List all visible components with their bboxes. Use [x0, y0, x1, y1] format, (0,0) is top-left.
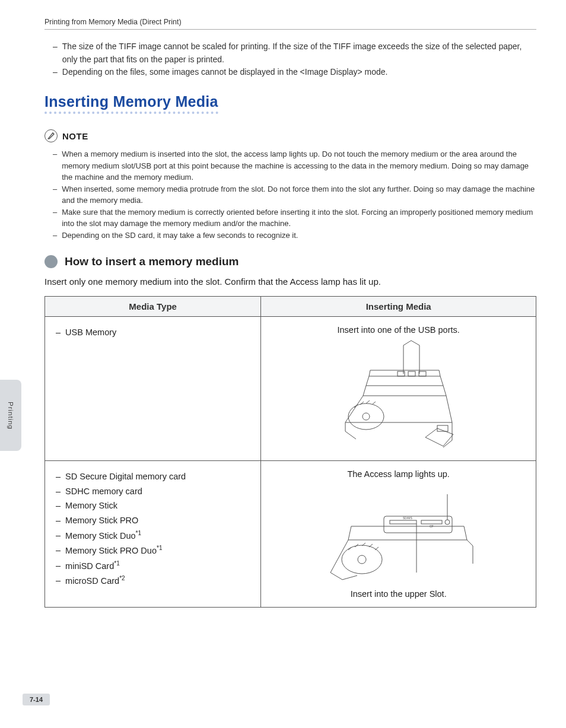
note-block: –When a memory medium is inserted into t… — [53, 148, 536, 241]
media-label: microSD Card*2 — [65, 573, 125, 588]
side-tab-label: Printing — [7, 402, 14, 430]
svg-rect-4 — [419, 371, 426, 376]
list-item: –Memory Stick Duo*1 — [56, 528, 250, 543]
table-row: –USB Memory Insert into one of the USB p… — [45, 317, 536, 461]
dash-icon: – — [56, 528, 61, 543]
dash-icon: – — [56, 558, 61, 573]
svg-rect-10 — [421, 520, 442, 524]
media-label: Memory Stick — [65, 498, 117, 513]
note-item: –Depending on the SD card, it may take a… — [53, 230, 536, 241]
dash-icon: – — [53, 206, 57, 230]
subsection-header: How to insert a memory medium — [44, 255, 536, 268]
top-note-item: – The size of the TIFF image cannot be s… — [53, 40, 536, 66]
page-number: 7-14 — [23, 694, 50, 705]
media-label: Memory Stick PRO Duo*1 — [65, 543, 162, 558]
svg-text:SD/MS: SD/MS — [403, 516, 413, 520]
dash-icon: – — [56, 498, 61, 513]
dash-icon: – — [56, 573, 61, 588]
note-item: –When inserted, some memory media protru… — [53, 183, 536, 206]
subsection-title: How to insert a memory medium — [65, 255, 239, 268]
top-note-text: Depending on the files, some images cann… — [62, 66, 388, 79]
printer-usb-illustration — [333, 339, 464, 452]
list-item: –microSD Card*2 — [56, 573, 250, 588]
list-item: –SDHC memory card — [56, 484, 250, 499]
note-text: Make sure that the memory medium is corr… — [62, 206, 536, 230]
inserting-caption-top: Insert into one of the USB ports. — [272, 325, 525, 335]
list-item: –Memory Stick PRO Duo*1 — [56, 543, 250, 558]
media-list: –SD Secure Digital memory card –SDHC mem… — [56, 469, 250, 588]
dash-icon: – — [53, 183, 57, 206]
list-item: –SD Secure Digital memory card — [56, 469, 250, 484]
table-row: –SD Secure Digital memory card –SDHC mem… — [45, 461, 536, 608]
svg-text:CF: CF — [430, 524, 434, 528]
svg-rect-8 — [384, 516, 452, 533]
top-notes-block: – The size of the TIFF image cannot be s… — [53, 40, 536, 79]
top-note-text: The size of the TIFF image cannot be sca… — [62, 40, 536, 66]
list-item: –Memory Stick PRO — [56, 513, 250, 528]
media-label: SD Secure Digital memory card — [65, 469, 186, 484]
inserting-caption-bottom: Insert into the upper Slot. — [272, 589, 525, 599]
list-item: –miniSD Card*1 — [56, 558, 250, 573]
intro-text: Insert only one memory medium into the s… — [44, 276, 536, 287]
dash-icon: – — [56, 484, 61, 499]
media-list: –USB Memory — [56, 325, 250, 340]
breadcrumb: Printing from Memory Media (Direct Print… — [44, 18, 536, 30]
note-text: When a memory medium is inserted into th… — [62, 148, 536, 183]
dash-icon: – — [56, 543, 61, 558]
dash-icon: – — [56, 325, 61, 340]
svg-point-11 — [445, 520, 450, 524]
svg-point-5 — [348, 403, 384, 430]
note-text: Depending on the SD card, it may take a … — [62, 230, 298, 241]
list-item: –Memory Stick — [56, 498, 250, 513]
media-label: SDHC memory card — [65, 484, 142, 499]
dash-icon: – — [56, 469, 61, 484]
col-header-media-type: Media Type — [45, 297, 261, 317]
col-header-inserting: Inserting Media — [261, 297, 536, 317]
side-tab: Printing — [0, 380, 21, 451]
inserting-caption-top: The Access lamp lights up. — [272, 469, 525, 479]
note-label-text: NOTE — [62, 131, 88, 141]
pencil-icon — [44, 129, 58, 142]
bullet-icon — [44, 255, 58, 268]
list-item: –USB Memory — [56, 325, 250, 340]
dash-icon: – — [53, 148, 57, 183]
dash-icon: – — [53, 66, 58, 79]
note-item: –Make sure that the memory medium is cor… — [53, 206, 536, 230]
media-label: Memory Stick PRO — [65, 513, 138, 528]
svg-point-17 — [358, 555, 366, 564]
media-table: Media Type Inserting Media –USB Memory I… — [44, 296, 536, 608]
printer-slot-illustration: SD/MS CF — [322, 484, 476, 584]
media-label: Memory Stick Duo*1 — [65, 528, 141, 543]
section-title: Inserting Memory Media — [44, 93, 218, 114]
note-label: NOTE — [44, 129, 536, 142]
media-label: USB Memory — [65, 325, 116, 340]
svg-point-6 — [363, 413, 370, 420]
svg-point-16 — [342, 545, 382, 574]
media-label: miniSD Card*1 — [65, 558, 120, 573]
dash-icon: – — [53, 40, 58, 66]
dash-icon: – — [53, 230, 57, 241]
note-item: –When a memory medium is inserted into t… — [53, 148, 536, 183]
svg-rect-9 — [390, 520, 416, 524]
note-text: When inserted, some memory media protrud… — [62, 183, 536, 206]
dash-icon: – — [56, 513, 61, 528]
top-note-item: – Depending on the files, some images ca… — [53, 66, 536, 79]
svg-rect-3 — [408, 371, 415, 376]
